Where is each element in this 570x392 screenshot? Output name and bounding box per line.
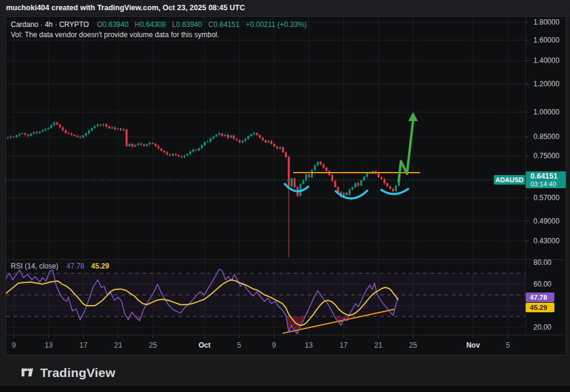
time-axis-label: 21	[374, 341, 382, 349]
high-value: 0.64308	[140, 20, 165, 29]
time-axis-label: 13	[305, 341, 313, 349]
time-axis-label: 21	[114, 341, 122, 349]
chart-container[interactable]: 1.800001.600001.400001.200001.000000.850…	[5, 16, 566, 355]
rsi-value: 47.78	[67, 262, 85, 270]
rsi-ma-value: 45.29	[91, 262, 109, 270]
time-axis-label: 17	[339, 341, 348, 349]
footer: TradingView	[22, 366, 116, 380]
symbol-price-label[interactable]: ADAUSD	[494, 175, 525, 185]
time-axis-label: Oct	[198, 341, 210, 349]
price-axis-label: 1.20000	[533, 80, 560, 88]
bar-countdown: 03:14:40	[530, 180, 566, 188]
top-bar: muchoki404 created with TradingView.com,…	[0, 0, 570, 16]
last-price: 0.64151	[530, 172, 566, 180]
price-axis-label: 0.75000	[533, 152, 560, 160]
change-value: +0.00211 (+0.33%)	[246, 20, 307, 29]
candles	[7, 121, 400, 258]
tradingview-logo-text: TradingView	[40, 366, 116, 380]
price-axis-label: 1.00000	[533, 108, 560, 116]
price-axis: 1.800001.600001.400001.200001.000000.850…	[526, 18, 560, 245]
price-axis-label: 0.49000	[533, 217, 560, 225]
volume-note: Vol: The data vendor doesn't provide vol…	[11, 31, 219, 39]
rsi-axis-label: 20.00	[533, 323, 551, 331]
time-axis-label: 9	[12, 341, 16, 349]
price-axis-label: 0.43000	[533, 237, 560, 245]
time-axis-label: 25	[149, 341, 157, 349]
time-axis-label: 13	[44, 341, 53, 349]
rsi-value-badge: 47.78	[526, 293, 554, 302]
price-axis-label: 1.60000	[533, 36, 560, 44]
rsi-axis-label: 60.00	[533, 280, 551, 288]
bottom-strip	[0, 386, 570, 392]
open-label: O	[97, 20, 102, 29]
rsi-axis-label: 80.00	[533, 258, 551, 267]
low-value: 0.63940	[176, 20, 202, 29]
chart-canvas[interactable]: 1.800001.600001.400001.200001.000000.850…	[6, 17, 566, 355]
time-axis-label: 5	[506, 341, 510, 349]
price-axis-label: 0.85000	[533, 132, 560, 141]
time-axis-label: 25	[409, 341, 417, 349]
close-label: C	[209, 20, 214, 29]
time-axis-label: 5	[237, 341, 242, 349]
price-badge[interactable]: 0.64151 03:14:40	[526, 171, 566, 188]
open-value: 0.63940	[102, 20, 128, 29]
rsi-ma-value-badge: 45.29	[526, 303, 554, 312]
tradingview-logo-icon	[22, 366, 34, 379]
rsi-title: RSI (14, close)	[11, 262, 58, 270]
watermark-text: muchoki404 created with TradingView.com,…	[6, 4, 245, 12]
symbol-title: Cardano · 4h · CRYPTO	[11, 20, 89, 29]
price-axis-label: 0.57000	[533, 194, 560, 202]
rsi-legend: RSI (14, close) 47.78 45.29	[11, 262, 109, 270]
low-label: L	[172, 20, 176, 29]
symbol-legend: Cardano · 4h · CRYPTO O0.63940 H0.64308 …	[11, 20, 311, 29]
time-axis: 913172125Oct5913172125Nov5	[12, 335, 510, 349]
price-axis-label: 1.40000	[533, 56, 560, 65]
time-axis-label: 9	[272, 341, 276, 349]
time-axis-label: Nov	[466, 341, 480, 349]
price-axis-label: 1.80000	[533, 18, 560, 26]
close-value: 0.64151	[213, 20, 239, 29]
time-axis-label: 17	[79, 341, 88, 349]
